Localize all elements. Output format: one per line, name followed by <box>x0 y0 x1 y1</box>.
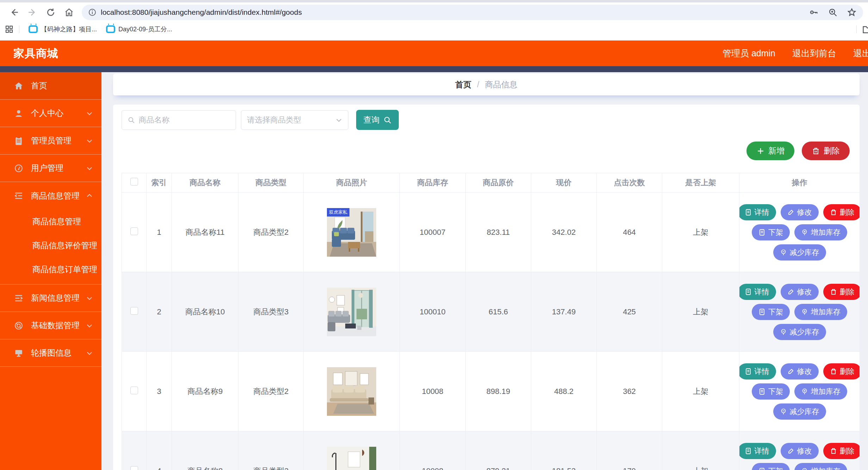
sidebar-item-profile[interactable]: 个人中心 <box>0 100 101 127</box>
goods-name-field[interactable] <box>122 110 236 130</box>
trash-icon <box>830 209 837 216</box>
breadcrumb-home-link[interactable]: 首页 <box>455 79 471 90</box>
pencil-icon <box>787 288 794 295</box>
address-bar[interactable]: localhost:8080/jiajushangcheng/admin/dis… <box>82 5 863 20</box>
sofa-photo-illustration <box>327 367 376 416</box>
pin-minus-icon <box>780 249 787 256</box>
home-button[interactable] <box>62 5 76 19</box>
bookmark-label: Day02-09-员工分... <box>118 25 172 33</box>
sidebar-item-carousel[interactable]: 轮播图信息 <box>0 339 101 367</box>
increase-stock-button[interactable]: 增加库存 <box>794 383 847 400</box>
cell-original-price: 898.19 <box>466 352 531 431</box>
cell-price: 342.02 <box>531 193 597 272</box>
pin-minus-icon <box>780 408 787 415</box>
header-link-logout[interactable]: 退出登录 <box>853 48 868 59</box>
detail-button[interactable]: 详情 <box>739 204 776 220</box>
goods-type-select[interactable]: 请选择商品类型 <box>241 110 348 130</box>
refresh-button[interactable] <box>44 5 58 19</box>
trash-icon <box>830 368 837 375</box>
apps-grid-icon[interactable] <box>5 25 13 33</box>
detail-button[interactable]: 详情 <box>739 363 776 380</box>
chevron-down-icon <box>86 165 93 172</box>
gauge-icon <box>14 164 23 173</box>
sidebar-subitem-goods-order[interactable]: 商品信息订单管理 <box>0 257 101 281</box>
bookmark-item[interactable]: 【码神之路】项目... <box>29 25 97 33</box>
bookmarks-divider <box>856 25 857 33</box>
forward-button[interactable] <box>25 5 39 19</box>
header-links: 管理员 admin 退出到前台 退出登录 <box>723 48 868 59</box>
pin-plus-icon <box>801 468 808 470</box>
pin-plus-icon <box>801 308 808 315</box>
row-checkbox[interactable] <box>130 387 138 394</box>
other-bookmarks-folder-icon[interactable] <box>862 25 868 34</box>
document-icon <box>745 447 752 455</box>
cell-name: 商品名称11 <box>172 193 238 272</box>
delete-row-button[interactable]: 删除 <box>823 363 860 380</box>
sidebar-subitem-goods-info[interactable]: 商品信息管理 <box>0 209 101 233</box>
decrease-stock-button[interactable]: 减少库存 <box>773 324 826 340</box>
delete-row-button[interactable]: 删除 <box>823 204 860 220</box>
add-button[interactable]: 新增 <box>746 142 794 160</box>
off-shelf-button[interactable]: 下架 <box>752 304 790 320</box>
cell-name: 商品名称8 <box>172 431 238 470</box>
trash-icon <box>812 147 820 155</box>
off-shelf-button[interactable]: 下架 <box>752 383 790 400</box>
sidebar-subitem-label: 商品信息评价管理 <box>32 240 97 251</box>
back-button[interactable] <box>7 5 21 19</box>
sidebar-item-admin-mgmt[interactable]: 管理员管理 <box>0 127 101 155</box>
breadcrumb-separator: / <box>477 80 479 89</box>
detail-button[interactable]: 详情 <box>739 443 776 459</box>
sidebar-item-user-mgmt[interactable]: 用户管理 <box>0 155 101 182</box>
row-checkbox[interactable] <box>130 466 138 470</box>
row-checkbox[interactable] <box>130 227 138 235</box>
decrease-stock-button[interactable]: 减少库存 <box>773 244 826 261</box>
bookmark-star-icon[interactable] <box>847 7 857 17</box>
goods-type-placeholder: 请选择商品类型 <box>247 115 301 125</box>
off-shelf-button[interactable]: 下架 <box>752 463 790 470</box>
plus-icon <box>756 147 765 155</box>
header-link-exit-to-front[interactable]: 退出到前台 <box>792 48 836 59</box>
cell-original-price: 615.6 <box>466 272 531 352</box>
goods-name-input[interactable] <box>138 115 230 125</box>
delete-row-button[interactable]: 删除 <box>823 443 860 459</box>
edit-button[interactable]: 修改 <box>781 284 819 300</box>
sidebar-item-news-mgmt[interactable]: 新闻信息管理 <box>0 284 101 312</box>
increase-stock-button[interactable]: 增加库存 <box>794 463 847 470</box>
edit-button[interactable]: 修改 <box>781 204 819 220</box>
product-photo <box>327 288 376 336</box>
bookmark-item[interactable]: Day02-09-员工分... <box>106 25 172 33</box>
cell-index: 1 <box>147 193 172 272</box>
detail-button[interactable]: 详情 <box>739 284 776 300</box>
chevron-down-icon <box>335 117 342 124</box>
query-button[interactable]: 查询 <box>356 110 399 130</box>
refresh-icon <box>46 8 55 17</box>
increase-stock-button[interactable]: 增加库存 <box>794 304 847 320</box>
edit-button[interactable]: 修改 <box>781 363 819 380</box>
edit-button[interactable]: 修改 <box>781 443 819 459</box>
menu-fold-icon <box>14 294 23 303</box>
zoom-icon[interactable] <box>828 7 838 17</box>
window-top-strip <box>0 0 868 2</box>
chevron-down-icon <box>86 350 93 357</box>
sidebar-subitem-goods-review[interactable]: 商品信息评价管理 <box>0 233 101 257</box>
decrease-stock-button[interactable]: 减少库存 <box>773 403 826 420</box>
url-text[interactable]: localhost:8080/jiajushangcheng/admin/dis… <box>101 8 802 17</box>
increase-stock-button[interactable]: 增加库存 <box>794 224 847 240</box>
sidebar-item-home[interactable]: 首页 <box>0 72 101 100</box>
sidebar-item-goods-mgmt[interactable]: 商品信息管理 <box>0 182 101 209</box>
password-key-icon[interactable] <box>809 7 819 17</box>
delete-button[interactable]: 删除 <box>802 142 850 160</box>
header-link-admin[interactable]: 管理员 admin <box>723 48 775 59</box>
sidebar-item-basic-data[interactable]: 基础数据管理 <box>0 312 101 339</box>
goods-panel: 请选择商品类型 查询 新增 删除 <box>113 105 860 470</box>
row-checkbox[interactable] <box>130 307 138 315</box>
cabinet-photo-illustration <box>327 447 376 470</box>
chevron-down-icon <box>86 295 93 302</box>
off-shelf-button[interactable]: 下架 <box>752 224 790 240</box>
table-row: 4 商品名称8 商品类型3 <box>122 431 860 470</box>
platform-circle-icon <box>14 321 23 330</box>
delete-row-button[interactable]: 删除 <box>823 284 860 300</box>
select-all-checkbox[interactable] <box>130 178 138 186</box>
document-icon <box>758 308 765 315</box>
bookmark-label: 【码神之路】项目... <box>41 25 97 33</box>
